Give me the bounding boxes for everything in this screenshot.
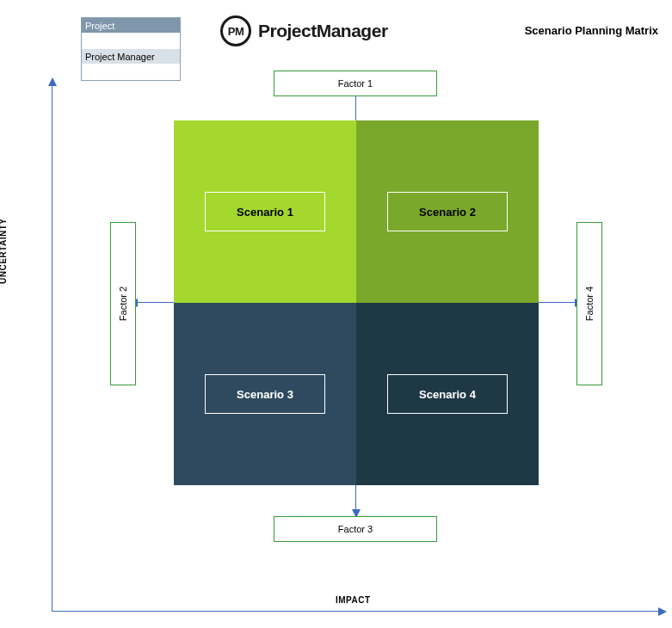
legend-row-project: Project — [82, 18, 180, 34]
scenario-3-box: Scenario 3 — [205, 374, 325, 414]
scenario-matrix: Scenario 1 Scenario 2 Scenario 3 Scenari… — [174, 120, 539, 485]
factor-right-label: Factor 4 — [584, 286, 595, 321]
quadrant-1: Scenario 1 — [174, 120, 356, 303]
brand-name: ProjectManager — [258, 21, 388, 41]
factor-right-box: Factor 4 — [576, 222, 602, 385]
scenario-4-box: Scenario 4 — [387, 374, 508, 414]
x-axis-label: IMPACT — [336, 595, 371, 605]
factor-left-box: Factor 2 — [110, 222, 136, 385]
factor-top-label: Factor 1 — [338, 78, 373, 89]
factor-bottom-label: Factor 3 — [338, 524, 373, 534]
y-axis-arrow — [52, 86, 52, 611]
factor-top-box: Factor 1 — [274, 71, 437, 96]
factor-left-label: Factor 2 — [118, 286, 128, 321]
quadrant-2: Scenario 2 — [356, 120, 539, 303]
x-axis-arrow — [52, 611, 658, 612]
quadrant-4: Scenario 4 — [356, 303, 539, 485]
scenario-1-box: Scenario 1 — [205, 192, 325, 231]
scenario-2-box: Scenario 2 — [387, 192, 508, 231]
legend-table: Project Project Manager — [81, 17, 181, 81]
legend-row-blank-1 — [82, 34, 180, 49]
factor-bottom-box: Factor 3 — [274, 516, 437, 542]
pm-logo-icon: PM — [220, 15, 251, 46]
legend-row-project-manager: Project Manager — [82, 49, 180, 65]
page-title: Scenario Planning Matrix — [525, 24, 658, 37]
legend-row-blank-2 — [82, 65, 180, 80]
brand: PM ProjectManager — [220, 15, 388, 46]
quadrant-3: Scenario 3 — [174, 303, 356, 485]
y-axis-label: UNCERTAINTY — [0, 219, 8, 284]
